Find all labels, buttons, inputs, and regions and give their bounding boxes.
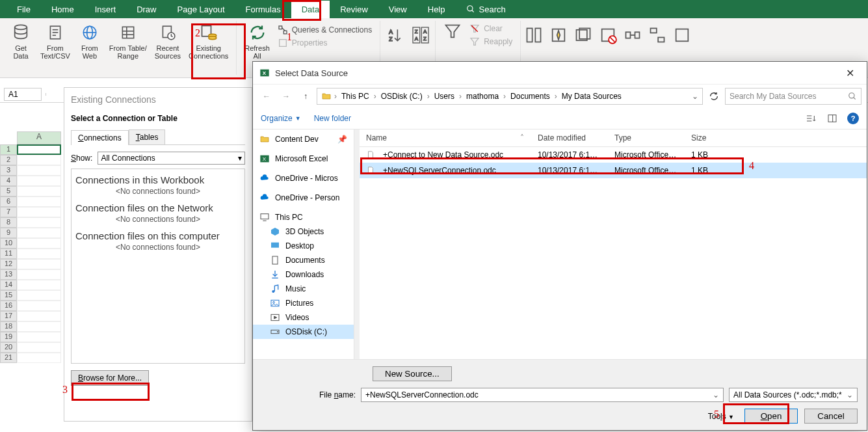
row-header[interactable]: 8	[0, 217, 17, 228]
refresh-button[interactable]	[705, 88, 722, 105]
tree-osdisk[interactable]: OSDisk (C:)	[253, 325, 354, 339]
text-to-columns-icon[interactable]	[525, 26, 543, 44]
col-size[interactable]: Size	[685, 129, 737, 146]
cell[interactable]	[17, 249, 61, 259]
row-header[interactable]: 19	[0, 332, 17, 342]
tree-downloads[interactable]: Downloads	[253, 267, 354, 282]
row-header[interactable]: 1	[0, 144, 17, 155]
cell[interactable]	[17, 280, 61, 290]
cell[interactable]	[17, 321, 61, 332]
organize-button[interactable]: Organize▼	[261, 114, 301, 123]
chevron-down-icon[interactable]: ⌄	[713, 390, 719, 399]
cell[interactable]	[17, 176, 61, 186]
tab-insert[interactable]: Insert	[85, 1, 127, 18]
new-source-button[interactable]: New Source...	[373, 366, 452, 381]
row-header[interactable]: 13	[0, 269, 17, 280]
help-button[interactable]: ?	[847, 113, 859, 124]
tree-3d-objects[interactable]: 3D Objects	[253, 224, 354, 239]
cancel-button[interactable]: Cancel	[804, 409, 858, 424]
row-header[interactable]: 15	[0, 290, 17, 301]
tree-onedrive-ms[interactable]: OneDrive - Micros	[253, 171, 354, 185]
crumb-this-pc[interactable]: This PC	[339, 92, 371, 101]
row-header[interactable]: 4	[0, 176, 17, 186]
cell[interactable]	[17, 269, 61, 280]
show-dropdown[interactable]: All Connections ▾	[98, 152, 245, 165]
row-header[interactable]: 2	[0, 155, 17, 165]
tab-view[interactable]: View	[378, 1, 417, 18]
tree-pictures[interactable]: Pictures	[253, 296, 354, 310]
row-header[interactable]: 7	[0, 207, 17, 217]
cell[interactable]	[17, 155, 61, 165]
cell[interactable]	[17, 353, 61, 363]
sort-az-icon[interactable]: AZ	[384, 25, 405, 46]
tree-documents[interactable]: Documents	[253, 253, 354, 267]
tree-content-dev[interactable]: Content Dev📌	[253, 132, 354, 146]
tree-excel[interactable]: XMicrosoft Excel	[253, 152, 354, 166]
file-row[interactable]: +Connect to New Data Source.odc 10/13/20…	[360, 147, 867, 163]
row-header[interactable]: 3	[0, 165, 17, 176]
cell[interactable]	[17, 186, 61, 196]
crumb-users[interactable]: Users	[432, 92, 456, 101]
existing-connections-button[interactable]: Existing Connections	[185, 21, 232, 75]
tools-dropdown[interactable]: Tools ▼	[708, 412, 734, 421]
crumb-user[interactable]: mathoma	[464, 92, 501, 101]
cell[interactable]	[17, 217, 61, 228]
breadcrumb[interactable]: › This PC › OSDisk (C:) › Users › mathom…	[317, 88, 703, 105]
tree-desktop[interactable]: Desktop	[253, 239, 354, 253]
browse-for-more-button[interactable]: Browse for More...	[71, 370, 149, 386]
relationships-icon[interactable]	[648, 26, 666, 44]
tab-home[interactable]: Home	[41, 1, 85, 18]
col-date[interactable]: Date modified	[531, 129, 608, 146]
nav-up-button[interactable]: ↑	[297, 88, 314, 105]
cell[interactable]	[17, 238, 61, 249]
row-header[interactable]: 12	[0, 259, 17, 269]
row-header[interactable]: 5	[0, 186, 17, 196]
data-validation-icon[interactable]	[599, 26, 617, 44]
cell[interactable]	[17, 228, 61, 238]
remove-duplicates-icon[interactable]	[574, 26, 592, 44]
get-data-button[interactable]: Get Data	[5, 21, 36, 75]
file-row-selected[interactable]: +NewSQLServerConnection.odc 10/13/2017 6…	[360, 163, 867, 178]
tab-formulas[interactable]: Formulas	[235, 1, 291, 18]
queries-connections-button[interactable]: Queries & Connections	[274, 23, 376, 36]
cell[interactable]	[17, 165, 61, 176]
row-header[interactable]: 21	[0, 353, 17, 363]
tree-this-pc[interactable]: This PC	[253, 210, 354, 224]
chevron-down-icon[interactable]: ⌄	[692, 92, 698, 101]
ribbon-search[interactable]: Search	[456, 1, 516, 18]
crumb-my-data-sources[interactable]: My Data Sources	[560, 92, 624, 101]
preview-pane-icon[interactable]	[826, 113, 838, 124]
row-header[interactable]: 10	[0, 238, 17, 249]
new-folder-button[interactable]: New folder	[314, 114, 351, 123]
view-options-icon[interactable]	[804, 113, 817, 124]
sort-za-icon[interactable]: ZAAZ	[410, 25, 431, 46]
col-name[interactable]: Name˄	[360, 129, 531, 146]
name-box[interactable]: A1	[4, 88, 42, 101]
recent-sources-button[interactable]: Recent Sources	[151, 21, 185, 75]
row-header[interactable]: 16	[0, 301, 17, 311]
cell[interactable]	[17, 290, 61, 301]
filter-icon[interactable]	[440, 21, 466, 42]
tab-draw[interactable]: Draw	[126, 1, 166, 18]
crumb-documents[interactable]: Documents	[508, 92, 552, 101]
tab-page-layout[interactable]: Page Layout	[167, 1, 235, 18]
tab-help[interactable]: Help	[417, 1, 456, 18]
row-header[interactable]: 20	[0, 342, 17, 353]
col-type[interactable]: Type	[608, 129, 685, 146]
manage-data-model-icon[interactable]	[673, 26, 691, 44]
cell[interactable]	[17, 311, 61, 321]
filetype-dropdown[interactable]: All Data Sources (*.odc;*.mdb;* ⌄	[729, 388, 858, 402]
close-button[interactable]: ✕	[839, 67, 860, 79]
crumb-osdisk[interactable]: OSDisk (C:)	[379, 92, 425, 101]
nav-back-button[interactable]: ←	[258, 88, 275, 105]
row-header[interactable]: 6	[0, 196, 17, 207]
cell[interactable]	[17, 259, 61, 269]
from-text-button[interactable]: From Text/CSV	[36, 21, 74, 75]
row-header[interactable]: 14	[0, 280, 17, 290]
open-button[interactable]: Open	[744, 409, 798, 424]
tab-data[interactable]: Data	[291, 1, 330, 18]
search-box[interactable]: Search My Data Sources	[725, 88, 861, 105]
row-header[interactable]: 18	[0, 321, 17, 332]
tree-splitter[interactable]	[354, 129, 360, 359]
tab-review[interactable]: Review	[330, 1, 378, 18]
